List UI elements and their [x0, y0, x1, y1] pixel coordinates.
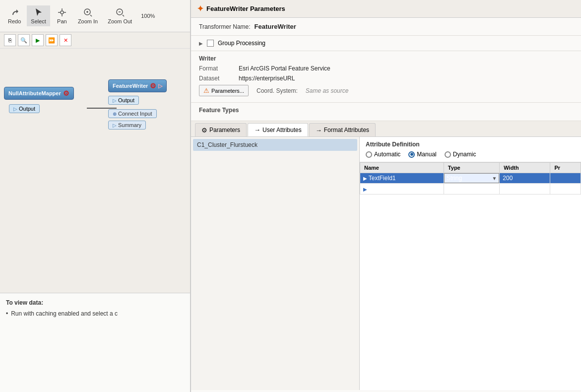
writer-section-title: Writer	[199, 55, 573, 62]
tabs-row: ⚙ Parameters → User Attributes → Format …	[191, 121, 581, 137]
parameters-tab-label: Parameters	[209, 127, 240, 133]
zoom-in-button[interactable]: Zoom In	[74, 5, 102, 26]
dataset-value: https://enterpriseURL	[239, 75, 295, 82]
connector-line	[87, 108, 117, 109]
feature-writer-label: FeatureWriter	[113, 83, 148, 89]
radio-manual-label: Manual	[417, 151, 436, 158]
feature-item-name: C1_Cluster_Flurstueck	[197, 141, 258, 148]
select-label: Select	[31, 18, 46, 24]
cell-empty-type	[444, 184, 499, 195]
bottom-info: To view data: • Run with caching enabled…	[0, 293, 190, 392]
canvas-run-btn[interactable]: ▶	[32, 34, 44, 46]
right-panel: ✦ FeatureWriter Parameters Transformer N…	[190, 0, 581, 392]
transformer-name-value: FeatureWriter	[255, 23, 296, 30]
col-pr: Pr	[550, 163, 581, 173]
null-attr-gear-icon: ⚙	[63, 89, 69, 97]
null-attr-output-label: Output	[19, 106, 35, 112]
writer-section: Writer Format Esri ArcGIS Portal Feature…	[191, 51, 581, 103]
pan-button[interactable]: Pan	[52, 5, 72, 26]
fw-summary-label: Summary	[118, 122, 141, 128]
attr-def-radio-group: Automatic Manual Dynamic	[366, 151, 575, 158]
canvas-close-btn[interactable]: ✕	[60, 34, 71, 46]
dropdown-arrow-icon[interactable]: ▼	[492, 176, 497, 181]
group-processing-label: Group Processing	[218, 40, 265, 47]
transformer-name-label: Transformer Name:	[199, 23, 251, 30]
zoom-out-label: Zoom Out	[108, 18, 132, 24]
output-port-triangle: ▷	[13, 106, 17, 112]
fw-summary-row[interactable]: ▷ Summary	[108, 121, 146, 130]
col-width: Width	[500, 163, 550, 173]
fw-output-row[interactable]: ▷ Output	[113, 97, 134, 103]
cell-empty-width	[500, 184, 550, 195]
parameters-button[interactable]: ⚠ Parameters...	[199, 85, 249, 96]
zoom-level: 100%	[138, 13, 158, 19]
zoom-out-button[interactable]: Zoom Out	[104, 5, 136, 26]
canvas-copy-btn[interactable]: ⎘	[4, 34, 16, 46]
null-attr-output-port[interactable]: ▷ Output	[9, 104, 40, 113]
params-row: ⚠ Parameters... Coord. System: Same as s…	[199, 85, 573, 96]
cell-width: 200	[500, 173, 550, 184]
coord-system-value: Same as source	[306, 87, 349, 94]
row-arrow: ▶	[363, 176, 369, 181]
cell-type[interactable]: String ▼	[444, 173, 499, 184]
radio-dynamic-circle	[445, 151, 451, 158]
feature-writer-expand-icon: ▷	[158, 83, 162, 89]
format-attributes-tab-icon: →	[316, 127, 322, 134]
table-row-empty: ▶	[360, 184, 581, 195]
group-processing-checkbox[interactable]	[207, 40, 214, 47]
canvas-toolbar: ⎘ 🔍 ▶ ⏩ ✕	[0, 32, 190, 49]
tab-parameters[interactable]: ⚙ Parameters	[195, 123, 247, 136]
null-attr-mapper-label: NullAttributeMapper	[8, 90, 61, 96]
zoom-in-label: Zoom In	[78, 18, 98, 24]
feature-writer-node[interactable]: FeatureWriter ⚙ ▷	[108, 79, 167, 92]
format-row: Format Esri ArcGIS Portal Feature Servic…	[199, 65, 573, 72]
warning-icon: ⚠	[203, 87, 209, 94]
redo-button[interactable]: Redo	[4, 5, 25, 26]
fw-output-triangle: ▷	[113, 98, 117, 103]
radio-automatic[interactable]: Automatic	[366, 151, 400, 158]
attr-def-section: Attribute Definition Automatic Manual Dy…	[360, 137, 581, 162]
group-processing-row: ▶ Group Processing	[191, 36, 581, 51]
fw-output-label: Output	[118, 97, 134, 103]
radio-manual[interactable]: Manual	[408, 151, 436, 158]
format-label: Format	[199, 65, 239, 72]
canvas-area: ⎘ 🔍 ▶ ⏩ ✕ NullAttributeMapper ⚙ ▷ Output…	[0, 32, 190, 392]
tab-format-attributes[interactable]: → Format Attributes	[309, 123, 376, 136]
tab-user-attributes[interactable]: → User Attributes	[248, 123, 308, 136]
canvas-search-btn[interactable]: 🔍	[18, 34, 30, 46]
radio-automatic-label: Automatic	[374, 151, 400, 158]
content-area: C1_Cluster_Flurstueck Attribute Definiti…	[191, 137, 581, 390]
type-value: String	[447, 175, 462, 182]
feature-types-section: Feature Types	[191, 103, 581, 121]
col-name: Name	[360, 163, 444, 173]
feature-types-title: Feature Types	[199, 107, 573, 114]
dataset-row: Dataset https://enterpriseURL	[199, 75, 573, 82]
bottom-info-title: To view data:	[6, 299, 184, 306]
radio-dynamic-label: Dynamic	[453, 151, 476, 158]
user-attributes-tab-icon: →	[254, 126, 260, 133]
main-toolbar: Redo Select Pan Zoom In Zoom Out 100%	[0, 0, 190, 32]
radio-manual-circle	[408, 151, 415, 158]
feature-item[interactable]: C1_Cluster_Flurstueck	[193, 139, 357, 151]
table-row[interactable]: ▶ TextField1 String ▼ 200	[360, 173, 581, 184]
col-type: Type	[444, 163, 499, 173]
group-processing-expand[interactable]: ▶	[199, 41, 203, 46]
panel-title: FeatureWriter Parameters	[206, 5, 285, 12]
bottom-info-text: Run with caching enabled and select a c	[11, 310, 118, 317]
cell-empty-name: ▶	[360, 184, 444, 195]
summary-triangle: ▷	[113, 123, 117, 128]
fme-logo-icon: ✦	[197, 4, 203, 13]
fw-connect-input-row[interactable]: ⊕ Connect Input	[108, 109, 157, 118]
pan-label: Pan	[57, 18, 67, 24]
attr-def-title: Attribute Definition	[366, 141, 575, 148]
canvas-run-all-btn[interactable]: ⏩	[46, 34, 58, 46]
feature-writer-gear-icon: ⚙	[150, 82, 156, 90]
coord-system-label: Coord. System:	[257, 87, 298, 94]
attribute-table: Name Type Width Pr ▶ TextField1	[360, 162, 581, 195]
null-attr-mapper-node[interactable]: NullAttributeMapper ⚙	[4, 87, 74, 100]
select-button[interactable]: Select	[27, 5, 50, 26]
bullet-dot: •	[6, 310, 8, 317]
radio-dynamic[interactable]: Dynamic	[445, 151, 476, 158]
dataset-label: Dataset	[199, 75, 239, 82]
parameters-tab-icon: ⚙	[201, 127, 207, 134]
